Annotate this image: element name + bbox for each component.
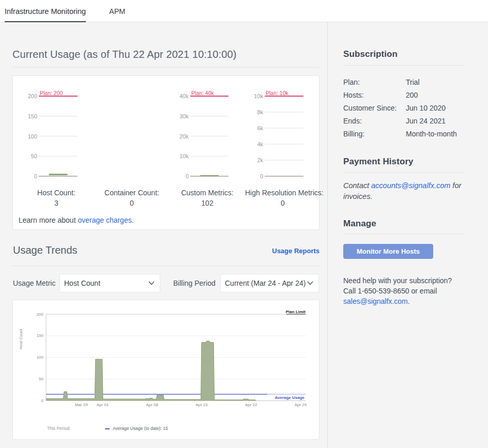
subscription-title: Subscription bbox=[343, 49, 398, 59]
subscription-row-customer-since: Customer Since:Jun 10 2020 bbox=[343, 101, 465, 114]
metric-label: High Resolution Metrics: bbox=[245, 189, 321, 197]
row-value: Month-to-month bbox=[406, 130, 457, 138]
accounts-email-link[interactable]: accounts@signalfx.com bbox=[371, 181, 450, 190]
sales-email-link[interactable]: sales@signalfx.com bbox=[343, 297, 408, 305]
metric-value: 102 bbox=[170, 199, 245, 207]
svg-text:10k: 10k bbox=[254, 93, 263, 99]
row-label: Ends: bbox=[343, 117, 406, 125]
svg-text:100: 100 bbox=[28, 133, 37, 140]
svg-text:0: 0 bbox=[260, 173, 263, 179]
svg-text:150: 150 bbox=[37, 333, 44, 338]
tab-infrastructure-monitoring[interactable]: Infrastructure Monitoring bbox=[5, 0, 86, 22]
chevron-down-icon bbox=[148, 281, 155, 285]
svg-text:2k: 2k bbox=[257, 157, 263, 163]
svg-text:150: 150 bbox=[28, 113, 37, 119]
metric-host-count: Host Count: 3 bbox=[19, 189, 94, 207]
column-divider bbox=[327, 22, 328, 448]
svg-text:Mar 29: Mar 29 bbox=[75, 403, 88, 407]
svg-text:Plan: 40k: Plan: 40k bbox=[191, 90, 215, 96]
chevron-down-icon bbox=[307, 281, 313, 285]
svg-text:0: 0 bbox=[186, 173, 189, 179]
row-label: Plan: bbox=[343, 78, 406, 86]
monitor-more-hosts-button[interactable]: Monitor More Hosts bbox=[343, 244, 433, 259]
legend-average-usage: Average Usage (to date): 15 bbox=[105, 426, 168, 431]
billing-period-value: Current (Mar 24 - Apr 24) bbox=[225, 279, 306, 287]
svg-text:Plan: 10k: Plan: 10k bbox=[266, 90, 289, 96]
help-line1: Need help with your subscription? bbox=[343, 276, 452, 285]
svg-text:0: 0 bbox=[34, 173, 37, 179]
legend-average-label: Average Usage (to date): 15 bbox=[113, 426, 168, 431]
svg-text:Apr 29: Apr 29 bbox=[295, 403, 307, 407]
billing-period-select[interactable]: Current (Mar 24 - Apr 24) bbox=[220, 274, 319, 292]
help-suffix: . bbox=[408, 297, 410, 305]
learn-more-prefix: Learn more about bbox=[19, 216, 78, 224]
svg-text:40k: 40k bbox=[179, 93, 189, 99]
payment-contact-text: Contact accounts@signalfx.com for invoic… bbox=[343, 180, 472, 202]
current-usage-card: 050100150200Plan: 200010k20k30k40kPlan: … bbox=[12, 75, 319, 230]
metric-label: Host Count: bbox=[19, 189, 94, 197]
svg-text:50: 50 bbox=[39, 377, 43, 381]
svg-text:8k: 8k bbox=[257, 109, 263, 115]
subscription-row-hosts: Hosts:200 bbox=[343, 88, 465, 101]
current-usage-title: Current Usage (as of Thu 22 Apr 2021 10:… bbox=[12, 49, 236, 60]
tab-apm[interactable]: APM bbox=[109, 0, 125, 22]
svg-text:10k: 10k bbox=[179, 153, 189, 159]
usage-metric-value: Host Count bbox=[64, 279, 100, 287]
overage-charges-link[interactable]: overage charges bbox=[78, 216, 131, 224]
billing-period-label: Billing Period bbox=[173, 279, 216, 287]
metric-high-res-metrics: High Resolution Metrics: 0 bbox=[245, 189, 321, 207]
svg-text:Plan Limit: Plan Limit bbox=[286, 310, 306, 314]
svg-text:6k: 6k bbox=[257, 125, 263, 131]
svg-text:Host Count: Host Count bbox=[19, 328, 23, 349]
metric-container-count: Container Count: 0 bbox=[94, 189, 170, 207]
metric-value: 0 bbox=[94, 199, 170, 207]
svg-text:200: 200 bbox=[37, 312, 44, 317]
svg-text:Apr 01: Apr 01 bbox=[97, 403, 109, 407]
row-label: Hosts: bbox=[343, 91, 406, 99]
metric-value: 3 bbox=[19, 199, 94, 207]
svg-text:4k: 4k bbox=[257, 141, 263, 147]
usage-trends-divider bbox=[12, 266, 319, 266]
svg-text:50: 50 bbox=[31, 153, 37, 159]
row-label: Customer Since: bbox=[343, 104, 406, 112]
subscription-row-plan: Plan:Trial bbox=[343, 75, 465, 88]
row-value: Trial bbox=[406, 78, 420, 86]
svg-text:Plan: 200: Plan: 200 bbox=[40, 90, 63, 96]
manage-divider bbox=[343, 234, 465, 234]
row-value: Jun 10 2020 bbox=[406, 104, 446, 112]
usage-trend-card: 050100150200Plan LimitAverage UsageMar 2… bbox=[12, 300, 319, 440]
payment-history-title: Payment History bbox=[343, 157, 414, 167]
learn-more-suffix: . bbox=[132, 216, 134, 224]
contact-prefix: Contact bbox=[343, 181, 371, 190]
manage-title: Manage bbox=[343, 219, 376, 229]
svg-text:Apr 08: Apr 08 bbox=[146, 403, 158, 407]
top-tab-bar: Infrastructure Monitoring APM bbox=[0, 0, 488, 22]
svg-text:200: 200 bbox=[28, 93, 37, 99]
subscription-row-billing: Billing:Month-to-month bbox=[343, 127, 465, 140]
subscription-divider bbox=[343, 65, 465, 66]
help-line2: Call 1-650-539-8650 or email bbox=[343, 287, 437, 295]
metric-label: Container Count: bbox=[94, 189, 170, 197]
payment-history-divider bbox=[343, 172, 465, 173]
metric-custom-metrics: Custom Metrics: 102 bbox=[170, 189, 245, 207]
row-value: 200 bbox=[406, 91, 418, 99]
metric-value: 0 bbox=[245, 199, 321, 207]
svg-text:Apr 15: Apr 15 bbox=[195, 403, 208, 407]
subscription-details: Plan:Trial Hosts:200 Customer Since:Jun … bbox=[343, 75, 465, 140]
svg-text:0: 0 bbox=[41, 398, 44, 403]
subscription-row-ends: Ends:Jun 24 2021 bbox=[343, 114, 465, 127]
metric-label: Custom Metrics: bbox=[170, 189, 245, 197]
svg-text:20k: 20k bbox=[179, 133, 189, 140]
usage-trend-chart: 050100150200Plan LimitAverage UsageMar 2… bbox=[13, 300, 319, 422]
help-text: Need help with your subscription?Call 1-… bbox=[343, 275, 472, 306]
row-value: Jun 24 2021 bbox=[406, 117, 446, 125]
svg-text:Average Usage: Average Usage bbox=[274, 395, 304, 400]
usage-gauges-chart: 050100150200Plan: 200010k20k30k40kPlan: … bbox=[13, 76, 319, 186]
usage-reports-link[interactable]: Usage Reports bbox=[12, 247, 319, 255]
usage-metric-select[interactable]: Host Count bbox=[59, 274, 160, 292]
learn-more-text: Learn more about overage charges. bbox=[19, 216, 134, 224]
usage-metric-label: Usage Metric bbox=[13, 279, 55, 287]
average-usage-swatch bbox=[105, 428, 110, 429]
svg-text:Apr 22: Apr 22 bbox=[245, 403, 257, 407]
svg-text:100: 100 bbox=[37, 355, 44, 360]
